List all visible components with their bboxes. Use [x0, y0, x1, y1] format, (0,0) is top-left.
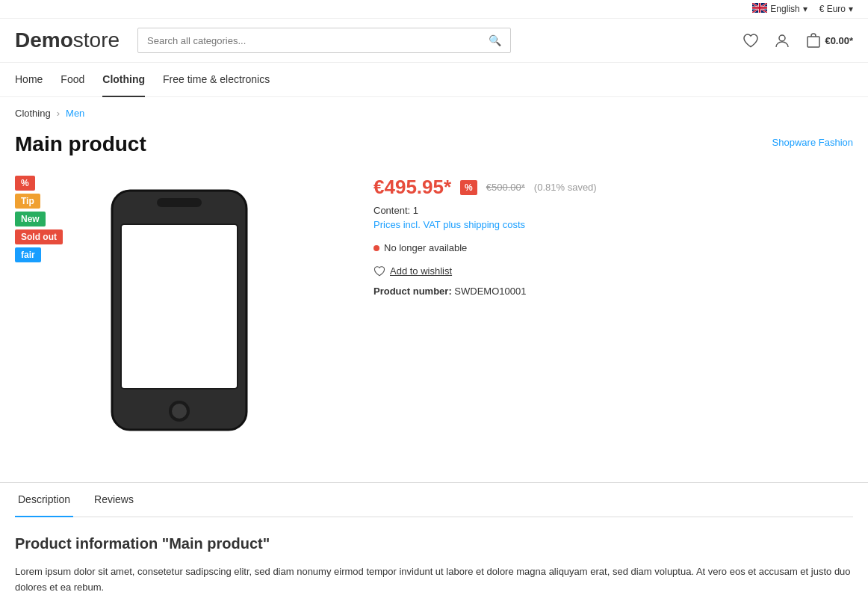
product-description-text: Lorem ipsum dolor sit amet, consetetur s…: [15, 564, 853, 596]
price-saved: (0.81% saved): [534, 182, 597, 193]
wishlist-row[interactable]: Add to wishlist: [373, 265, 853, 277]
tabs-nav: Description Reviews: [15, 483, 853, 517]
cart-icon: [805, 32, 822, 49]
nav-item-home[interactable]: Home: [15, 63, 43, 97]
svg-rect-5: [157, 198, 202, 207]
tabs-section: Description Reviews Product information …: [0, 482, 868, 598]
product-content: % Tip New Sold out fair €495.95* % €500.…: [0, 168, 868, 452]
wishlist-heart-icon: [373, 265, 385, 277]
original-price-value: €500.00*: [486, 182, 525, 193]
cart-button[interactable]: €0.00*: [805, 32, 853, 49]
currency-chevron-icon: ▾: [849, 4, 853, 14]
vat-link[interactable]: Prices incl. VAT plus shipping costs: [373, 219, 853, 230]
svg-rect-4: [121, 224, 238, 389]
wishlist-label[interactable]: Add to wishlist: [390, 265, 452, 277]
manufacturer-link[interactable]: Shopware Fashion: [772, 137, 853, 148]
language-selector[interactable]: English ▾: [752, 3, 807, 15]
language-label: English: [770, 4, 799, 14]
badge-new: New: [15, 212, 46, 226]
nav-item-free-time[interactable]: Free time & electronics: [163, 63, 270, 97]
top-bar: English ▾ € Euro ▾: [0, 0, 868, 19]
nav-item-food[interactable]: Food: [61, 63, 84, 97]
svg-point-1: [779, 35, 785, 41]
badge-percent: %: [15, 176, 35, 191]
badge-soldout: Sold out: [15, 229, 63, 244]
search-icon: 🔍: [489, 34, 501, 46]
product-images: % Tip New Sold out fair: [15, 168, 344, 452]
search-bar: 🔍: [137, 28, 511, 53]
account-button[interactable]: [774, 32, 790, 49]
availability-dot: [373, 245, 379, 251]
price-content: Content: 1: [373, 205, 853, 216]
badge-fair: fair: [15, 247, 41, 262]
price-original: €500.00*: [486, 182, 525, 193]
availability: No longer available: [373, 242, 853, 253]
logo-light: store: [73, 28, 120, 52]
header-actions: €0.00*: [743, 32, 853, 49]
svg-rect-2: [807, 37, 819, 47]
main-nav: Home Food Clothing Free time & electroni…: [0, 63, 868, 97]
breadcrumb: Clothing › Men: [0, 97, 868, 129]
breadcrumb-separator: ›: [57, 108, 60, 119]
flag-icon: [752, 3, 767, 15]
nav-item-clothing[interactable]: Clothing: [102, 63, 145, 97]
product-number-label: Product number:: [373, 286, 452, 297]
currency-selector[interactable]: € Euro ▾: [819, 4, 853, 14]
product-number-value: SWDEMO10001: [454, 286, 526, 297]
tab-content-description: Product information "Main product" Lorem…: [15, 517, 853, 598]
tab-reviews[interactable]: Reviews: [91, 483, 137, 517]
product-details: €495.95* % €500.00* (0.81% saved) Conten…: [373, 168, 853, 452]
search-input[interactable]: [147, 35, 483, 46]
logo[interactable]: Demostore: [15, 28, 120, 52]
product-title: Main product: [15, 132, 146, 156]
header: Demostore 🔍 €0.00*: [0, 19, 868, 63]
wishlist-header-button[interactable]: [743, 33, 759, 48]
availability-text: No longer available: [384, 242, 467, 253]
product-header: Main product Shopware Fashion: [0, 129, 868, 168]
product-image-main: [15, 168, 344, 452]
logo-bold: Demo: [15, 28, 73, 52]
price-row: €495.95* % €500.00* (0.81% saved): [373, 176, 853, 199]
badge-tip: Tip: [15, 194, 40, 209]
language-chevron-icon: ▾: [803, 4, 807, 14]
price-main: €495.95*: [373, 176, 451, 199]
product-number: Product number: SWDEMO10001: [373, 286, 853, 297]
breadcrumb-men[interactable]: Men: [66, 108, 84, 119]
product-info-title: Product information "Main product": [15, 535, 853, 552]
heart-icon: [743, 33, 759, 48]
svg-point-7: [172, 404, 187, 419]
tab-description[interactable]: Description: [15, 483, 73, 517]
product-image-phone: [105, 183, 254, 437]
user-icon: [774, 32, 790, 49]
badge-stack: % Tip New Sold out fair: [15, 176, 63, 262]
breadcrumb-clothing[interactable]: Clothing: [15, 108, 51, 119]
price-discount-badge: %: [460, 180, 477, 195]
cart-amount: €0.00*: [825, 35, 853, 46]
currency-label: € Euro: [819, 4, 846, 14]
